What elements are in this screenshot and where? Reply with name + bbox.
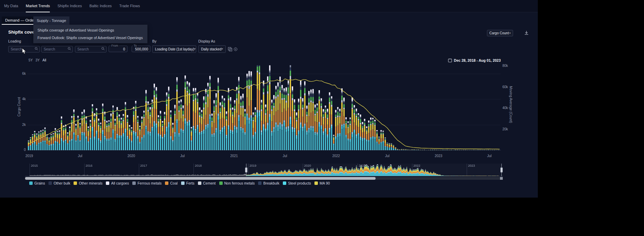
cargo-types-search-group [75, 46, 107, 52]
nav-trade-flows[interactable]: Trade Flows [119, 0, 140, 12]
app-root: My Data Market Trends Shipfix Indices Ba… [0, 0, 538, 198]
legend-item[interactable]: Non ferrous metals [219, 181, 255, 185]
scrollbar-thumb[interactable] [25, 177, 376, 180]
from-label: From [111, 44, 119, 47]
range-5y-button[interactable]: 5Y [29, 58, 33, 62]
legend-item[interactable]: Cement [198, 181, 216, 185]
chart-legend: Grains Other bulk Other minerals All car… [29, 181, 330, 185]
right-axis-tick: 20k [502, 127, 508, 131]
legend-label: Grains [34, 181, 45, 185]
legend-item[interactable]: MA 90 [314, 181, 330, 185]
legend-label: Ferrous metals [137, 181, 162, 185]
download-button[interactable] [523, 30, 530, 37]
navigator-selection[interactable] [246, 164, 501, 176]
menu-item-shipfix-coverage[interactable]: Shipfix coverage of Advertised Vessel Op… [33, 26, 147, 34]
nav-market-trends[interactable]: Market Trends [26, 0, 50, 12]
loading-label: Loading [8, 39, 21, 43]
legend-item[interactable]: Ferts [181, 181, 195, 185]
right-axis-title: Moving Average (Count) [509, 86, 513, 123]
display-as-select[interactable]: Daily stacked ▾ [198, 45, 226, 53]
by-select[interactable]: Loading Date (1st layday) ▾ [152, 45, 196, 53]
legend-swatch [29, 181, 33, 185]
nav-baltic-indices[interactable]: Baltic Indices [89, 0, 112, 12]
discharging-search-group [41, 46, 73, 52]
display-as-label: Display As [198, 39, 215, 43]
tab-supply-tonnage[interactable]: Supply - Tonnage [33, 16, 69, 25]
menu-item-forward-outlook[interactable]: Forward Outlook: Shipfix coverage of Adv… [33, 34, 147, 42]
legend-swatch [198, 181, 201, 185]
right-axis-tick: 60k [502, 85, 508, 89]
legend-label: Ferts [186, 181, 195, 185]
search-icon [101, 47, 105, 50]
right-axis-tick: 40k [502, 106, 508, 110]
left-axis-tick: 6k [19, 72, 26, 75]
chevron-down-icon: ▾ [222, 48, 223, 50]
display-as-select-value: Daily stacked [201, 47, 221, 51]
legend-label: Breakbulk [263, 181, 279, 185]
search-icon [35, 47, 38, 50]
legend-item[interactable]: Coal [165, 181, 178, 185]
legend-item[interactable]: Grains [29, 181, 45, 185]
legend-label: Other bulk [54, 181, 70, 185]
right-axis-tick: 80k [502, 64, 508, 68]
x-axis-tick: Jul [180, 154, 185, 158]
legend-item[interactable]: Steel products [283, 181, 311, 185]
navigator-right-handle[interactable] [500, 167, 503, 173]
by-label: By [152, 39, 156, 43]
date-range-picker[interactable]: Dec 28, 2018 - Aug 01, 2023 [448, 58, 501, 62]
left-axis-tick: 0 [19, 148, 26, 152]
legend-swatch [181, 181, 185, 185]
copy-icon [228, 47, 232, 51]
legend-item[interactable]: All cargoes [106, 181, 129, 185]
x-axis-tick: Jul [385, 154, 390, 158]
legend-item[interactable]: Other minerals [74, 181, 102, 185]
chevron-down-icon: ▾ [194, 48, 196, 50]
legend-item[interactable]: Other bulk [48, 181, 70, 185]
download-icon [524, 30, 529, 36]
legend-swatch [314, 181, 318, 185]
range-buttons: 5Y 3Y All [29, 58, 46, 62]
x-axis-tick: Jul [487, 154, 492, 158]
x-axis-tick: 2022 [332, 154, 340, 158]
x-axis-tick: 2020 [127, 154, 135, 158]
main-chart-canvas[interactable] [27, 65, 501, 150]
x-axis-tick: 2019 [25, 154, 33, 158]
search-icon [68, 47, 71, 50]
legend-label: Other minerals [79, 181, 102, 185]
legend-swatch [283, 181, 286, 185]
legend-swatch [165, 181, 168, 185]
x-axis-tick: Jul [78, 154, 82, 158]
date-range-text: Dec 28, 2018 - Aug 01, 2023 [454, 58, 501, 62]
target-icon [233, 47, 238, 51]
range-all-button[interactable]: All [42, 58, 46, 62]
range-3y-button[interactable]: 3Y [35, 58, 40, 62]
legend-item[interactable]: Ferrous metals [132, 181, 162, 185]
legend-label: All cargoes [111, 181, 129, 185]
legend-swatch [219, 181, 223, 185]
legend-swatch [48, 181, 52, 185]
metric-select-value: Cargo Count [489, 31, 509, 35]
navigator-left-handle[interactable] [245, 167, 247, 173]
scrollbar-right-button[interactable] [500, 177, 503, 180]
metric-select[interactable]: Cargo Count ▾ [487, 30, 513, 36]
legend-item[interactable]: Breakbulk [258, 181, 279, 185]
left-axis-tick: 2k [19, 123, 26, 127]
zoom-reset-button[interactable] [233, 47, 238, 52]
top-nav: My Data Market Trends Shipfix Indices Ba… [0, 0, 538, 12]
supply-dropdown-menu: Shipfix coverage of Advertised Vessel Op… [33, 25, 147, 43]
nav-shipfix-indices[interactable]: Shipfix Indices [57, 0, 82, 12]
calendar-icon [448, 58, 452, 62]
to-label: To [133, 44, 137, 47]
compare-button[interactable] [227, 47, 233, 52]
legend-swatch [106, 181, 109, 185]
legend-label: Steel products [288, 181, 311, 185]
chevron-down-icon: ▾ [509, 32, 511, 35]
legend-label: Non ferrous metals [224, 181, 255, 185]
nav-my-data[interactable]: My Data [4, 0, 18, 12]
loading-search-group [8, 46, 40, 52]
legend-label: Cement [203, 181, 216, 185]
left-axis-tick: 4k [19, 97, 26, 101]
legend-swatch [132, 181, 136, 185]
legend-label: MA 90 [320, 181, 330, 185]
legend-label: Coal [170, 181, 178, 185]
